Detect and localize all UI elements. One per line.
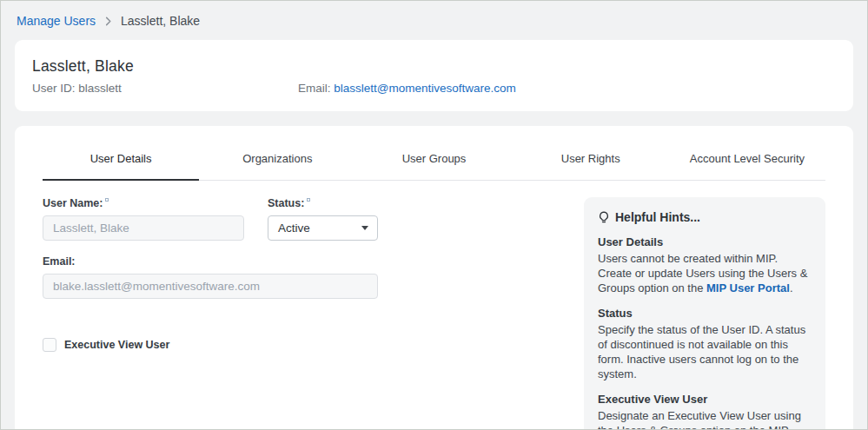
breadcrumb-link-manage-users[interactable]: Manage Users xyxy=(17,14,96,28)
email-field-label-text: Email: xyxy=(43,255,76,268)
tab-user-details[interactable]: User Details xyxy=(43,152,199,180)
email-link[interactable]: blasslett@momentivesoftware.com xyxy=(334,82,516,95)
status-select[interactable]: Active xyxy=(268,215,378,241)
required-marker-icon xyxy=(307,198,310,202)
breadcrumb-current: Lasslett, Blake xyxy=(121,14,200,28)
user-details-form: User Name: Status: Active xyxy=(43,197,584,429)
caret-down-icon xyxy=(361,226,368,230)
status-label: Status: xyxy=(268,197,378,209)
email-field-label: Email: xyxy=(43,255,378,268)
chevron-right-icon xyxy=(103,17,113,26)
required-marker-icon xyxy=(105,198,109,202)
hint-heading: Status xyxy=(598,307,812,320)
user-name-input xyxy=(43,215,244,241)
user-details-card: User Details Organizations User Groups U… xyxy=(15,126,853,429)
user-email: Email: blasslett@momentivesoftware.com xyxy=(298,82,516,95)
tab-organizations[interactable]: Organizations xyxy=(199,152,355,180)
tab-account-level-security[interactable]: Account Level Security xyxy=(669,152,825,180)
hint-section-executive-view-user: Executive View User Designate an Executi… xyxy=(598,393,812,429)
breadcrumb: Manage Users Lasslett, Blake xyxy=(1,1,867,39)
hint-section-user-details: User Details Users cannot be created wit… xyxy=(598,235,812,295)
email-label: Email: xyxy=(298,82,334,95)
hint-section-status: Status Specify the status of the User ID… xyxy=(598,307,812,381)
tab-bar: User Details Organizations User Groups U… xyxy=(43,152,825,181)
tab-user-groups[interactable]: User Groups xyxy=(355,152,512,180)
executive-view-user-label: Executive View User xyxy=(64,339,169,351)
user-id-label: User ID: xyxy=(32,82,78,95)
mip-user-portal-link[interactable]: MIP User Portal xyxy=(706,281,790,294)
executive-view-user-checkbox[interactable] xyxy=(43,338,56,352)
email-input xyxy=(43,274,378,299)
hint-heading: Executive View User xyxy=(598,393,812,406)
user-id: User ID: blasslett xyxy=(32,82,298,95)
page: Manage Users Lasslett, Blake Lasslett, B… xyxy=(0,0,868,430)
tab-user-rights[interactable]: User Rights xyxy=(513,152,669,180)
user-name-label-text: User Name: xyxy=(43,197,103,209)
status-select-value: Active xyxy=(278,222,310,235)
hint-text: Specify the status of the User ID. A sta… xyxy=(598,322,812,381)
helpful-hints-title: Helpful Hints... xyxy=(615,210,700,224)
user-id-value: blasslett xyxy=(78,82,122,95)
lightbulb-icon xyxy=(598,211,610,224)
user-summary-card: Lasslett, Blake User ID: blasslett Email… xyxy=(15,40,853,111)
hint-heading: User Details xyxy=(598,235,812,248)
helpful-hints-panel: Helpful Hints... User Details Users cann… xyxy=(584,197,825,429)
page-title: Lasslett, Blake xyxy=(32,57,836,76)
hint-text-period: . xyxy=(790,281,793,294)
status-label-text: Status: xyxy=(268,197,304,209)
user-name-label: User Name: xyxy=(43,197,244,209)
hint-text: Designate an Executive View User using t… xyxy=(598,408,812,429)
